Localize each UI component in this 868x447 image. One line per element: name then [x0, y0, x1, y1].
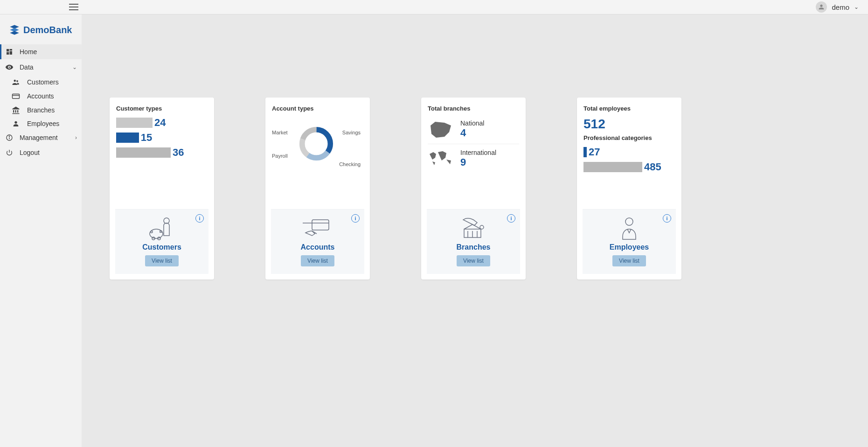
- accounts-illustration-icon: [303, 216, 333, 241]
- menu-toggle[interactable]: [0, 4, 82, 10]
- sidebar-item-customers[interactable]: Customers: [11, 75, 82, 89]
- sidebar-item-label: Branches: [27, 106, 55, 114]
- sidebar-item-management[interactable]: Management ›: [0, 130, 82, 145]
- avatar-icon: [816, 1, 827, 13]
- sidebar-item-label: Accounts: [27, 92, 54, 100]
- bar-value: 485: [644, 161, 661, 173]
- card-icon: [11, 92, 21, 100]
- sidebar-item-accounts[interactable]: Accounts: [11, 89, 82, 103]
- bar: [116, 118, 153, 128]
- view-list-button[interactable]: View list: [612, 255, 646, 266]
- svg-rect-15: [160, 231, 162, 232]
- svg-point-11: [9, 136, 9, 136]
- sidebar-item-label: Employees: [27, 120, 59, 127]
- account-types-chart: Market Savings Payroll Checking: [272, 117, 361, 173]
- sidebar-item-home[interactable]: Home: [0, 44, 82, 59]
- bar-row: 15: [116, 132, 208, 144]
- svg-rect-23: [312, 220, 329, 230]
- donut-label: Market: [272, 130, 288, 135]
- bar-value: 27: [589, 146, 600, 158]
- info-icon[interactable]: i: [351, 214, 360, 223]
- sidebar-item-label: Data: [20, 63, 34, 71]
- info-icon[interactable]: i: [663, 214, 671, 223]
- sidebar-item-employees[interactable]: Employees: [11, 117, 82, 130]
- branches-illustration-icon: [458, 216, 488, 241]
- customer-types-chart: 241536: [116, 117, 208, 159]
- svg-point-29: [480, 225, 484, 229]
- branch-value: 4: [460, 127, 484, 139]
- bar: [116, 147, 171, 158]
- info-icon[interactable]: i: [507, 214, 515, 223]
- svg-point-14: [151, 231, 153, 233]
- topbar: demo ⌄: [0, 0, 868, 14]
- branch-international-row: International 9: [428, 144, 519, 171]
- donut-label: Checking: [339, 161, 361, 167]
- employees-total: 512: [583, 117, 675, 132]
- sidebar: DemoBank Home Data ⌄ Customers: [0, 14, 82, 447]
- card-title: Account types: [272, 105, 363, 112]
- bar-value: 36: [173, 147, 184, 159]
- customers-illustration-icon: [147, 216, 177, 241]
- bar: [583, 147, 587, 157]
- people-icon: [11, 78, 21, 86]
- svg-point-12: [164, 218, 169, 224]
- view-list-button[interactable]: View list: [457, 255, 490, 266]
- svg-rect-1: [10, 49, 12, 50]
- svg-point-4: [14, 80, 16, 82]
- eye-icon: [5, 63, 14, 71]
- user-menu[interactable]: demo ⌄: [816, 1, 859, 13]
- sidebar-item-logout[interactable]: Logout: [0, 145, 82, 160]
- branch-label: National: [460, 119, 484, 127]
- bar: [116, 133, 139, 143]
- main-content: Customer types 241536 i Customers View l…: [82, 14, 868, 447]
- chevron-down-icon: ⌄: [72, 64, 77, 70]
- sidebar-item-branches[interactable]: Branches: [11, 103, 82, 117]
- person-icon: [11, 120, 21, 127]
- view-list-button[interactable]: View list: [301, 255, 334, 266]
- svg-rect-2: [10, 51, 12, 55]
- footer-label: Branches: [457, 243, 491, 251]
- svg-point-8: [14, 121, 17, 124]
- sidebar-item-label: Customers: [27, 78, 59, 86]
- bar-row: 27: [583, 146, 675, 158]
- view-list-button[interactable]: View list: [145, 255, 179, 266]
- info-icon: [5, 134, 14, 141]
- branch-national-row: National 4: [428, 117, 519, 142]
- bar-row: 36: [116, 147, 208, 159]
- world-map-icon: [428, 149, 454, 168]
- card-customers: Customer types 241536 i Customers View l…: [110, 98, 214, 279]
- employees-illustration-icon: [614, 216, 644, 241]
- footer-label: Accounts: [301, 243, 335, 251]
- sidebar-item-data[interactable]: Data ⌄: [0, 59, 82, 75]
- bank-icon: [11, 106, 21, 114]
- hamburger-icon: [69, 4, 78, 10]
- footer-label: Employees: [610, 243, 649, 251]
- svg-point-13: [150, 229, 163, 238]
- donut-label: Savings: [342, 130, 361, 135]
- card-accounts: Account types Market Savings Payroll Che…: [265, 98, 370, 279]
- card-branches: Total branches National 4 International …: [421, 98, 526, 279]
- brand-logo: DemoBank: [0, 19, 82, 44]
- svg-point-5: [16, 80, 18, 82]
- sidebar-item-label: Home: [20, 48, 37, 56]
- bar-row: 485: [583, 161, 675, 173]
- svg-rect-6: [13, 94, 20, 99]
- employees-subtitle: Professional categories: [583, 134, 675, 141]
- chevron-right-icon: ›: [75, 134, 77, 141]
- info-icon[interactable]: i: [195, 214, 204, 223]
- logo-icon: [8, 24, 21, 36]
- svg-point-30: [625, 218, 633, 225]
- chevron-down-icon: ⌄: [854, 4, 859, 10]
- sidebar-item-label: Logout: [20, 149, 40, 156]
- footer-label: Customers: [142, 243, 181, 251]
- spain-map-icon: [428, 120, 454, 139]
- card-title: Total branches: [428, 105, 519, 112]
- dashboard-icon: [5, 48, 14, 56]
- svg-rect-0: [7, 49, 9, 51]
- svg-rect-3: [7, 52, 9, 55]
- power-icon: [5, 149, 14, 156]
- card-title: Customer types: [116, 105, 208, 112]
- brand-name: DemoBank: [23, 25, 72, 35]
- card-title: Total employees: [583, 105, 675, 112]
- card-employees: Total employees 512 Professional categor…: [577, 98, 681, 279]
